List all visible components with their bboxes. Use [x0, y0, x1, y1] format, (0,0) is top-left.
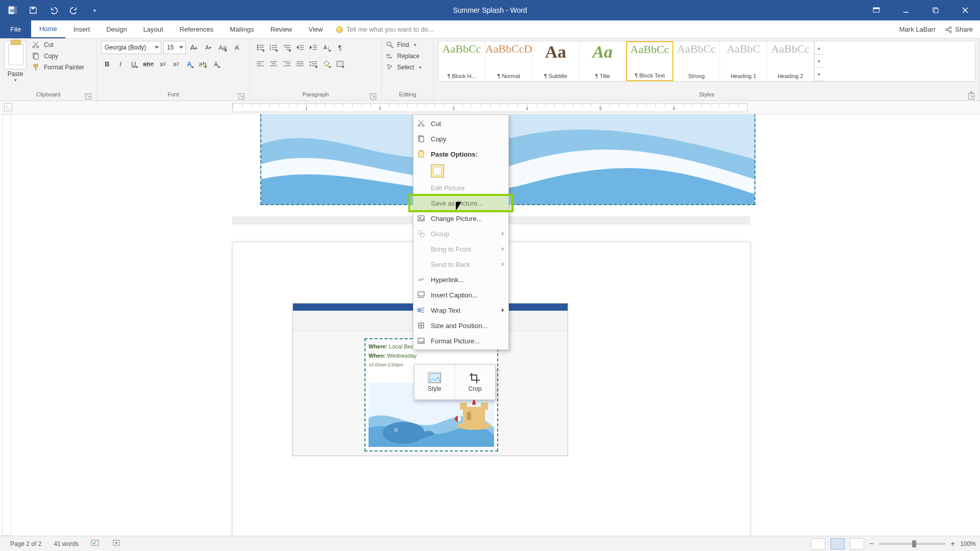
status-page[interactable]: Page 2 of 2	[4, 540, 47, 547]
ctx-format-picture[interactable]: Format Picture...	[413, 333, 508, 348]
clipboard-launcher-icon[interactable]: ↘	[85, 93, 91, 99]
share-button[interactable]: Share	[945, 26, 973, 33]
replace-button[interactable]: abReplace	[386, 52, 429, 60]
tab-references[interactable]: References	[172, 20, 222, 38]
italic-button[interactable]: I	[114, 57, 127, 70]
gallery-scroll-button[interactable]: ▴	[815, 41, 823, 55]
redo-icon[interactable]	[68, 5, 80, 16]
highlight-button[interactable]: ab	[197, 57, 209, 70]
caption-icon	[416, 290, 426, 299]
underline-button[interactable]: U	[128, 57, 140, 70]
status-words[interactable]: 41 words	[47, 540, 85, 547]
ctx-hyperlink[interactable]: Hyperlink...	[413, 272, 508, 287]
align-right-button[interactable]	[281, 57, 293, 70]
gallery-scroll-button[interactable]: ▾	[815, 68, 823, 81]
format-painter-button[interactable]: Format Painter	[32, 63, 84, 71]
copy-button[interactable]: Copy	[32, 52, 84, 60]
style-item[interactable]: Aa¶ Subtitle	[532, 41, 579, 81]
ctx-wrap-text[interactable]: Wrap Text	[413, 303, 508, 318]
status-spellcheck-icon[interactable]	[85, 539, 106, 548]
collapse-ribbon-icon[interactable]: ˄	[966, 90, 977, 99]
tab-insert[interactable]: Insert	[65, 20, 99, 38]
ribbon-display-options-icon[interactable]	[862, 0, 891, 20]
font-name-input[interactable]	[101, 41, 161, 54]
style-item[interactable]: AaBbCcD¶ Normal	[485, 41, 532, 81]
shading-button[interactable]	[321, 57, 333, 70]
zoom-out-button[interactable]: −	[869, 539, 874, 548]
paragraph-launcher-icon[interactable]: ↘	[370, 93, 376, 99]
multilevel-list-button[interactable]	[281, 41, 293, 54]
horizontal-ruler[interactable]: 123456	[232, 103, 748, 112]
zoom-level[interactable]: 100%	[960, 540, 976, 547]
style-item[interactable]: AaBbCcStrong	[673, 41, 720, 81]
svg-point-68	[387, 42, 391, 46]
borders-button[interactable]	[334, 57, 346, 70]
numbering-button[interactable]: 123	[267, 41, 280, 54]
paste-button[interactable]: Paste ▾	[4, 41, 29, 83]
status-macro-icon[interactable]	[106, 539, 127, 548]
ctx-copy[interactable]: Copy	[413, 131, 508, 146]
print-layout-button[interactable]	[830, 538, 845, 549]
close-button[interactable]	[950, 0, 980, 20]
save-icon[interactable]	[28, 5, 39, 16]
vertical-ruler[interactable]	[2, 114, 11, 536]
tab-layout[interactable]: Layout	[135, 20, 172, 38]
tab-review[interactable]: Review	[262, 20, 301, 38]
tab-mailings[interactable]: Mailings	[222, 20, 262, 38]
bullets-button[interactable]	[254, 41, 266, 54]
cut-button[interactable]: Cut	[32, 41, 84, 49]
mini-crop-button[interactable]: Crop	[455, 365, 496, 399]
mini-style-button[interactable]: Style	[414, 365, 455, 399]
undo-icon[interactable]	[48, 5, 59, 16]
maximize-button[interactable]	[921, 0, 950, 20]
tab-view[interactable]: View	[300, 20, 331, 38]
align-center-button[interactable]	[267, 57, 280, 70]
style-item[interactable]: AaBbCcHeading 2	[767, 41, 814, 81]
gallery-scroll-button[interactable]: ▾	[815, 55, 823, 68]
ctx-size-and-position[interactable]: Size and Position...	[413, 318, 508, 333]
tab-file[interactable]: File	[0, 20, 31, 38]
web-layout-button[interactable]	[850, 538, 864, 549]
justify-button[interactable]	[294, 57, 306, 70]
svg-point-12	[949, 27, 951, 29]
increase-indent-button[interactable]	[307, 41, 320, 54]
change-case-button[interactable]: Aa	[216, 41, 229, 54]
font-size-combo[interactable]	[163, 41, 186, 54]
line-spacing-button[interactable]	[307, 57, 320, 70]
text-effects-button[interactable]: A	[183, 57, 195, 70]
superscript-button[interactable]: x2	[170, 57, 182, 70]
tell-me-search[interactable]: Tell me what you want to do...	[336, 20, 433, 38]
read-mode-button[interactable]	[811, 538, 825, 549]
tab-selector[interactable]: ∟	[4, 103, 12, 111]
subscript-button[interactable]: x2	[157, 57, 169, 70]
grow-font-button[interactable]: A▴	[188, 41, 200, 54]
clear-formatting-button[interactable]: A⟋	[231, 41, 243, 54]
ctx-cut[interactable]: Cut	[413, 116, 508, 131]
bold-button[interactable]: B	[101, 57, 113, 70]
signed-in-user[interactable]: Mark LaBarr	[899, 26, 936, 33]
style-item[interactable]: AaBbCHeading 1	[720, 41, 767, 81]
font-launcher-icon[interactable]: ↘	[238, 93, 244, 99]
sort-button[interactable]: A↓	[321, 41, 333, 54]
select-button[interactable]: Select▾	[386, 63, 429, 71]
strikethrough-button[interactable]: abc	[141, 57, 156, 70]
ctx-insert-caption[interactable]: Insert Caption...	[413, 287, 508, 303]
find-button[interactable]: Find▾	[386, 41, 429, 49]
style-item[interactable]: Aa¶ Title	[579, 41, 626, 81]
font-color-button[interactable]: A	[210, 57, 222, 70]
decrease-indent-button[interactable]	[294, 41, 306, 54]
tab-home[interactable]: Home	[31, 20, 65, 38]
minimize-button[interactable]	[891, 0, 921, 20]
zoom-slider[interactable]	[879, 543, 945, 545]
tab-design[interactable]: Design	[98, 20, 135, 38]
ctx-paste-picture-option[interactable]	[413, 162, 508, 180]
font-name-combo[interactable]	[101, 41, 161, 54]
ctx-change-picture[interactable]: Change Picture...	[413, 211, 508, 226]
show-paragraph-marks-button[interactable]: ¶	[334, 41, 346, 54]
align-left-button[interactable]	[254, 57, 266, 70]
qat-customize-icon[interactable]: ▾	[89, 5, 100, 16]
zoom-in-button[interactable]: +	[950, 539, 955, 548]
style-item[interactable]: AaBbCc¶ Block H...	[438, 41, 485, 81]
shrink-font-button[interactable]: A▾	[202, 41, 214, 54]
style-item[interactable]: AaBbCc¶ Block Text	[626, 41, 673, 81]
